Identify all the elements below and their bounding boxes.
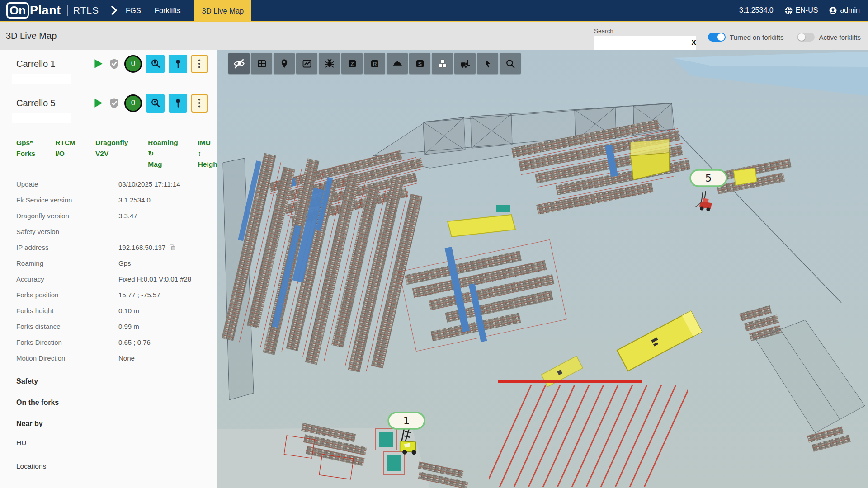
section-hu[interactable]: HU [0, 434, 217, 451]
detail-value: 3.3.47 [118, 212, 137, 220]
teal-pallet [496, 205, 510, 212]
section-on-the-forks[interactable]: On the forks [0, 392, 217, 413]
chart-button[interactable] [296, 53, 317, 74]
logo-on-badge: On [6, 2, 29, 19]
line-chart-icon [302, 58, 312, 69]
sync-icon[interactable]: ↻ [148, 148, 178, 159]
clear-search-button[interactable]: X [691, 36, 696, 50]
pin-button[interactable] [169, 55, 187, 73]
debug-bug-button[interactable] [319, 53, 340, 74]
detail-row: Dragonfly version 3.3.47 [0, 208, 217, 224]
pointer-button[interactable] [477, 53, 498, 74]
detail-label: Safety version [16, 228, 118, 235]
forklift-detail-panel: Gps* Forks RTCM I/O Dragonfly V2V Roamin… [0, 128, 217, 475]
link-v2v[interactable]: V2V [95, 148, 128, 159]
search-block: Search X [594, 28, 694, 50]
link-rtcm[interactable]: RTCM [55, 137, 75, 148]
pin-button[interactable] [169, 94, 187, 113]
safety-helmet-button[interactable] [387, 53, 408, 74]
detail-rows: Update 03/10/2025 17:11:14 Fk Service ve… [0, 173, 217, 371]
play-button[interactable] [92, 97, 104, 109]
user-menu[interactable]: admin [829, 6, 860, 15]
detail-label: Forks Direction [16, 338, 118, 346]
eye-off-icon [233, 58, 245, 70]
teal-pallet [387, 455, 401, 471]
search-input[interactable] [594, 36, 691, 50]
detail-label: Dragonfly version [16, 212, 118, 220]
link-io[interactable]: I/O [55, 148, 75, 159]
detail-row: Forks distance 0.99 m [0, 319, 217, 334]
breadcrumb-fgs[interactable]: FGS [126, 6, 141, 15]
zones-z-button[interactable]: Z [341, 53, 363, 74]
shield-check-icon [108, 97, 120, 109]
detail-links: Gps* Forks RTCM I/O Dragonfly V2V Roamin… [0, 128, 217, 173]
more-options-button[interactable] [191, 94, 208, 113]
more-options-button[interactable] [191, 55, 208, 73]
search-label: Search [594, 28, 694, 34]
hide-labels-button[interactable] [228, 53, 250, 74]
link-forks[interactable]: Forks [16, 148, 35, 159]
svg-text:S: S [418, 61, 421, 67]
detail-label: Motion Direction [16, 354, 118, 362]
language-selector[interactable]: EN-US [784, 6, 818, 15]
link-dragonfly[interactable]: Dragonfly [95, 137, 128, 148]
link-mag[interactable]: Mag [148, 159, 178, 170]
detail-value: 03/10/2025 17:11:14 [118, 180, 180, 188]
sensors-s-button[interactable]: S [409, 53, 430, 74]
play-button[interactable] [92, 58, 104, 70]
toggle-turned-on-forklifts[interactable]: Turned on forklifts [708, 33, 784, 42]
locate-on-map-button[interactable] [146, 94, 165, 113]
map-canvas[interactable]: 5 1 [217, 50, 868, 488]
toggle-active-forklifts[interactable]: Active forklifts [797, 33, 861, 42]
pallets-button[interactable] [432, 53, 453, 74]
chevron-right-icon [111, 6, 118, 15]
svg-text:Z: Z [350, 61, 354, 67]
detail-value: 0.65 ; 0.76 [118, 338, 151, 346]
map-marker-1[interactable]: 1 [388, 413, 425, 429]
updown-arrow-icon[interactable]: ↕ [198, 148, 220, 159]
locate-on-map-button[interactable] [146, 55, 165, 73]
app-version: 3.1.2534.0 [739, 6, 774, 14]
link-roaming[interactable]: Roaming [148, 137, 178, 148]
r-square-icon: R [369, 58, 380, 69]
cursor-icon [482, 58, 493, 69]
forklift-name[interactable]: Carrello 1 [16, 59, 92, 69]
detail-row: Accuracy Fixed H:0.01 V:0.01 #28 [0, 271, 217, 287]
svg-text:5: 5 [705, 172, 712, 184]
forklift-button[interactable] [454, 53, 476, 74]
top-navbar: On Plant RTLS FGS Forklifts 3D Live Map … [0, 0, 868, 22]
section-locations[interactable]: Locations [0, 458, 217, 475]
detail-row: Update 03/10/2025 17:11:14 [0, 176, 217, 192]
forklift-row-carrello-5[interactable]: Carrello 5 0 [0, 89, 217, 128]
detail-value: 0.10 m [118, 307, 139, 314]
detail-label: Accuracy [16, 275, 118, 283]
link-gps[interactable]: Gps* [16, 137, 35, 148]
toggle-on-switch[interactable] [708, 33, 726, 42]
link-height[interactable]: Height [198, 159, 220, 170]
app-logo: On Plant RTLS [6, 2, 99, 19]
copy-icon[interactable] [169, 244, 176, 251]
location-pin-button[interactable] [274, 53, 295, 74]
search-icon [505, 58, 516, 69]
bug-icon [324, 58, 335, 69]
detail-row: Forks Direction 0.65 ; 0.76 [0, 334, 217, 350]
detail-label: IP address [16, 244, 118, 251]
helmet-icon [392, 58, 403, 70]
toggle-off-switch[interactable] [797, 33, 815, 42]
detail-row: Safety version [0, 224, 217, 239]
map-marker-5[interactable]: 5 [690, 170, 726, 186]
breadcrumb-forklifts[interactable]: Forklifts [155, 6, 181, 15]
section-safety[interactable]: Safety [0, 371, 217, 392]
routes-r-button[interactable]: R [364, 53, 385, 74]
alert-count-badge: 0 [124, 55, 142, 73]
forklift-row-carrello-1[interactable]: Carrello 1 0 [0, 50, 217, 89]
detail-label: Roaming [16, 259, 118, 267]
detail-row: Fk Service version 3.1.2534.0 [0, 192, 217, 208]
section-near-by[interactable]: Near by [0, 413, 217, 434]
forklift-name[interactable]: Carrello 5 [16, 98, 92, 108]
link-imu[interactable]: IMU [198, 137, 220, 148]
tab-3d-live-map[interactable]: 3D Live Map [194, 0, 252, 22]
grid-button[interactable] [251, 53, 272, 74]
svg-text:1: 1 [403, 415, 410, 427]
map-search-button[interactable] [500, 53, 521, 74]
